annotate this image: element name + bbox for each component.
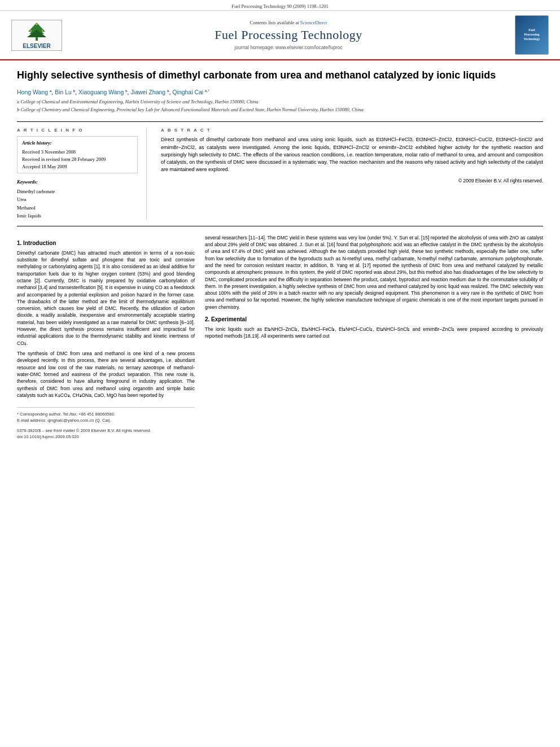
- journal-thumbnail: FuelProcessingTechnology: [515, 15, 549, 55]
- journal-title: Fuel Processing Technology: [73, 28, 504, 42]
- article-title: Highly selective synthesis of dimethyl c…: [17, 69, 543, 82]
- body-col-right: several researchers [11–14]. The DMC yie…: [205, 234, 543, 440]
- body-two-column: 1. Introduction Dimethyl carbonate (DMC)…: [17, 234, 543, 440]
- section2-para1: The ionic liquids such as Et₃NHCl–ZnCl₂,…: [205, 326, 543, 340]
- article-info-section: A R T I C L E I N F O Article history: R…: [17, 121, 543, 226]
- author-qinghai-cai: Qinghai Cai: [172, 89, 203, 95]
- page-container: Fuel Processing Technology 90 (2009) 119…: [0, 0, 560, 451]
- section1-heading: 1. Introduction: [17, 240, 195, 246]
- content-area: Highly selective synthesis of dimethyl c…: [0, 60, 560, 451]
- author-jiawei-zhang: Jiawei Zhang: [130, 89, 165, 95]
- issn-footnote: 0378-3820/$ – see front matter © 2009 El…: [17, 427, 195, 434]
- affil-a-sup: a: [50, 89, 51, 93]
- elsevier-wordmark: ELSEVIER: [23, 43, 50, 49]
- svg-rect-0: [36, 37, 38, 41]
- author-bin-lu: Bin Lu: [55, 89, 72, 95]
- svg-point-5: [30, 29, 32, 30]
- received-date: Received 3 November 2008: [22, 148, 133, 156]
- section1-para1: Dimethyl carbonate (DMC) has attracted m…: [17, 250, 195, 347]
- sciencedirect-link[interactable]: ScienceDirect: [300, 20, 327, 25]
- authors-line: Hong Wang a, Bin Lu b, Xiaoguang Wang b,…: [17, 89, 543, 95]
- affil-b-sup3: b: [167, 89, 169, 93]
- elsevier-logo: ELSEVIER: [11, 20, 62, 51]
- elsevier-tree-icon: [23, 21, 51, 41]
- abstract-text: Direct synthesis of dimethyl carbonate f…: [161, 136, 543, 173]
- affil-b-sup2: b: [125, 89, 127, 93]
- copyright-line: © 2009 Elsevier B.V. All rights reserved…: [161, 178, 543, 184]
- article-info-label: A R T I C L E I N F O: [17, 128, 138, 133]
- doi-footnote: doi:10.1016/j.fuproc.2009.05.020: [17, 434, 195, 440]
- svg-point-6: [42, 29, 43, 30]
- article-info-left: A R T I C L E I N F O Article history: R…: [17, 128, 147, 220]
- keyword-3: Methanol: [17, 204, 138, 212]
- author-xiaoguang-wang: Xiaoguang Wang: [78, 89, 124, 95]
- contents-text: Contents lists available at: [250, 20, 299, 25]
- article-info-right: A B S T R A C T Direct synthesis of dime…: [158, 128, 543, 220]
- keyword-2: Urea: [17, 195, 138, 203]
- article-history-title: Article history:: [22, 139, 133, 147]
- journal-citation: Fuel Processing Technology 90 (2009) 119…: [231, 3, 329, 9]
- corresponding-author-footnote: * Corresponding author. Tel./fax: +86 45…: [17, 411, 195, 417]
- keyword-4: Ionic liquids: [17, 212, 138, 220]
- svg-point-4: [36, 23, 38, 25]
- email-footnote: E-mail address: qinghaic@yahoo.com.cn (Q…: [17, 417, 195, 423]
- section2-heading: 2. Experimental: [205, 316, 543, 322]
- section1-heading-text: 1. Introduction: [17, 240, 56, 246]
- keyword-1: Dimethyl carbonate: [17, 187, 138, 195]
- journal-citation-bar: Fuel Processing Technology 90 (2009) 119…: [0, 0, 560, 11]
- section2-heading-text: 2. Experimental: [205, 316, 247, 322]
- section1-para2: The synthesis of DMC from urea and metha…: [17, 350, 195, 399]
- keywords-block: Keywords: Dimethyl carbonate Urea Methan…: [17, 178, 138, 220]
- contents-line: Contents lists available at ScienceDirec…: [73, 20, 504, 25]
- accepted-date: Accepted 18 May 2009: [22, 163, 133, 171]
- journal-homepage: journal homepage: www.elsevier.com/locat…: [73, 45, 504, 50]
- footnote-area: * Corresponding author. Tel./fax: +86 45…: [17, 407, 195, 440]
- affil-b-sup1: b: [73, 89, 75, 93]
- journal-header: ELSEVIER Contents lists available at Sci…: [0, 11, 560, 60]
- journal-thumb-label: FuelProcessingTechnology: [523, 28, 540, 41]
- journal-header-center: Contents lists available at ScienceDirec…: [73, 20, 504, 50]
- abstract-label: A B S T R A C T: [161, 128, 543, 133]
- revised-date: Received in revised form 28 February 200…: [22, 156, 133, 163]
- affiliation-a: a College of Chemical and Environmental …: [17, 99, 543, 105]
- keywords-title: Keywords:: [17, 178, 138, 186]
- article-history-block: Article history: Received 3 November 200…: [17, 136, 138, 173]
- author-hong-wang: Hong Wang: [17, 89, 48, 95]
- affiliation-b: b College of Chemistry and Chemical Engi…: [17, 107, 543, 113]
- affil-b-sup4: b,*: [205, 89, 209, 93]
- section1-right-para1: several researchers [11–14]. The DMC yie…: [205, 234, 543, 311]
- body-col-left: 1. Introduction Dimethyl carbonate (DMC)…: [17, 234, 195, 440]
